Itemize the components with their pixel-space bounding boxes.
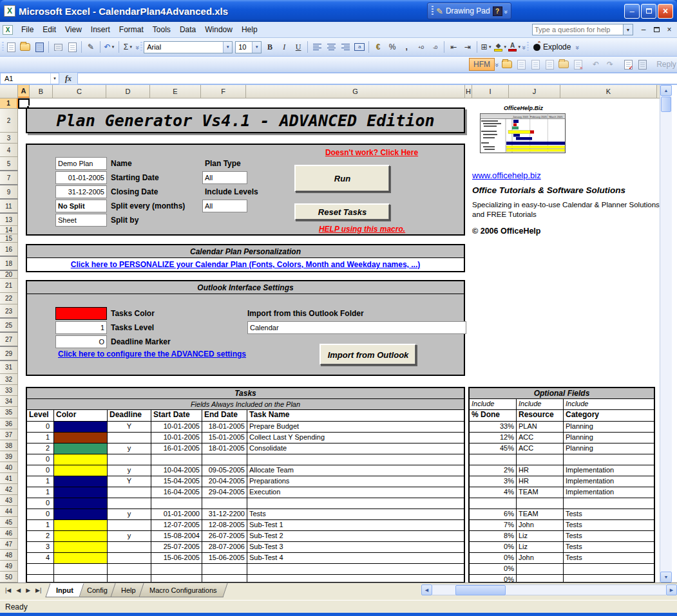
cell-resource[interactable]: TEAM (517, 487, 564, 498)
cell-category[interactable]: Tests (564, 520, 654, 530)
cell-done[interactable]: 4% (470, 487, 517, 498)
minimize-button[interactable]: – (624, 4, 640, 19)
advanced-settings-link[interactable]: Click here to configure the the ADVANCED… (58, 350, 246, 359)
row-header[interactable]: 20 (0, 271, 18, 279)
undo-dropdown-icon[interactable]: ▼ (111, 45, 115, 49)
cell-start-date[interactable]: 12-07-2005 (151, 520, 202, 530)
cell-deadline[interactable] (108, 433, 151, 443)
borders-icon[interactable]: ⊞▼ (480, 41, 493, 53)
closing-date-field[interactable]: 31-12-2005 (55, 185, 107, 198)
cell-category[interactable]: Tests (564, 553, 654, 563)
cell-category[interactable]: Planning (564, 443, 654, 454)
personalize-link[interactable]: Click here to PERSONALIZE your Calendar … (71, 260, 421, 269)
cell-resource[interactable] (517, 575, 564, 583)
cell-start-date[interactable]: 25-07-2005 (151, 542, 202, 552)
menu-item[interactable]: File (17, 23, 38, 36)
tasks-color-swatch[interactable] (55, 307, 107, 320)
column-header[interactable]: G (246, 85, 465, 98)
cell-end-date[interactable]: 31-12-2200 (202, 509, 247, 519)
cell-task-name[interactable]: Sub-Test 1 (247, 520, 464, 530)
table-row[interactable] (470, 454, 654, 465)
cell-done[interactable]: 3% (470, 476, 517, 487)
cell-done[interactable]: 12% (470, 433, 517, 443)
row-header[interactable]: 41 (0, 473, 18, 484)
toolbar-options-chevron-icon[interactable]: » (574, 46, 582, 48)
include-levels-field[interactable]: All (202, 200, 247, 212)
row-header[interactable]: 47 (0, 539, 18, 550)
cell-resource[interactable] (517, 564, 564, 574)
sheet-canvas[interactable]: Plan Generator Vs4.1 - ADVANCED Edition … (18, 98, 660, 583)
align-right-icon[interactable] (339, 41, 352, 53)
row-header[interactable]: 22 (0, 293, 18, 304)
cell-end-date[interactable]: 15-01-2005 (202, 433, 247, 443)
toolbar-options-chevron-icon[interactable]: » (502, 10, 510, 12)
vertical-scroll-thumb[interactable] (661, 97, 671, 112)
cell-level[interactable] (27, 564, 54, 574)
cell-done[interactable]: 0% (470, 542, 517, 552)
cell-deadline[interactable]: y (108, 509, 151, 519)
cell-color-swatch[interactable] (54, 476, 108, 487)
cell-deadline[interactable]: Y (108, 476, 151, 487)
column-header[interactable]: E (150, 85, 201, 98)
cell-color-swatch[interactable] (54, 433, 108, 443)
cell-end-date[interactable]: 18-01-2005 (202, 443, 247, 454)
cell-start-date[interactable] (151, 454, 202, 465)
cell-level[interactable]: 0 (27, 498, 54, 509)
row-header[interactable]: 43 (0, 495, 18, 506)
cell-color-swatch[interactable] (54, 465, 108, 476)
comma-icon[interactable]: , (400, 41, 413, 53)
table-row[interactable]: 3 25-07-2005 28-07-2006 Sub-Test 3 (27, 542, 464, 553)
cell-level[interactable]: 4 (27, 553, 54, 563)
cell-resource[interactable]: ACC (517, 443, 564, 454)
row-header[interactable]: 2 (0, 109, 18, 133)
cell-task-name[interactable]: Sub-Test 3 (247, 542, 464, 552)
cell-start-date[interactable]: 01-01-2000 (151, 509, 202, 519)
cell-end-date[interactable]: 18-01-2005 (202, 422, 247, 432)
table-row[interactable]: 3% HR Implementation (470, 476, 654, 487)
folders-icon[interactable] (557, 58, 570, 71)
cell-color-swatch[interactable] (54, 454, 108, 465)
toolbar-grip[interactable] (432, 6, 434, 16)
first-sheet-icon[interactable]: |◀ (3, 587, 14, 593)
column-header[interactable]: D (106, 85, 150, 98)
drawing-pad-help-button[interactable]: ? (493, 6, 502, 16)
cell-category[interactable]: Planning (564, 422, 654, 432)
table-row[interactable]: 4 15-06-2005 15-06-2005 Sub-Test 4 (27, 553, 464, 564)
row-header[interactable]: 48 (0, 550, 18, 561)
table-row[interactable]: 0% Liz Tests (470, 542, 654, 553)
cell-category[interactable]: Planning (564, 433, 654, 443)
row-header[interactable]: 44 (0, 506, 18, 517)
tab-input[interactable]: Input (46, 583, 84, 597)
cell-end-date[interactable]: 29-04-2005 (202, 487, 247, 498)
undo-icon[interactable]: ↶▼ (103, 41, 116, 53)
import-folder-field[interactable]: Calendar (247, 321, 466, 334)
row-header[interactable]: 7 (0, 171, 18, 185)
toolbar-options-chevron-icon[interactable]: » (493, 63, 501, 66)
reset-tasks-button[interactable]: Reset Tasks (294, 203, 390, 220)
import-from-outlook-button[interactable]: Import from Outlook (319, 344, 416, 365)
vertical-scrollbar[interactable]: ▲ ▼ (660, 85, 672, 583)
last-sheet-icon[interactable]: ▶| (33, 587, 44, 593)
cell-resource[interactable]: John (517, 553, 564, 563)
cell-end-date[interactable]: 20-04-2005 (202, 476, 247, 487)
row-header[interactable]: 4 (0, 144, 18, 157)
scroll-right-icon[interactable]: ▶ (666, 584, 677, 595)
cell-level[interactable] (27, 575, 54, 583)
cell-resource[interactable]: Liz (517, 531, 564, 541)
merge-center-icon[interactable]: a (353, 41, 366, 53)
maximize-button[interactable] (641, 4, 656, 19)
row-header[interactable]: 36 (0, 418, 18, 429)
table-row[interactable]: 0% (470, 575, 654, 583)
row-header[interactable]: 9 (0, 185, 18, 200)
row-header[interactable]: 37 (0, 429, 18, 440)
cell-done[interactable] (470, 498, 517, 509)
table-row[interactable] (27, 575, 464, 583)
font-size-combo[interactable]: 10 ▼ (235, 41, 262, 53)
menu-item[interactable]: Data (175, 23, 200, 36)
delete-sheet-icon[interactable]: × (571, 58, 584, 71)
question-dropdown-icon[interactable]: ▼ (624, 24, 633, 35)
horizontal-scrollbar[interactable]: ◀ ▶ (421, 584, 677, 596)
table-row[interactable]: 8% Liz Tests (470, 531, 654, 542)
italic-icon[interactable]: I (278, 41, 291, 53)
cell-level[interactable]: 0 (27, 454, 54, 465)
